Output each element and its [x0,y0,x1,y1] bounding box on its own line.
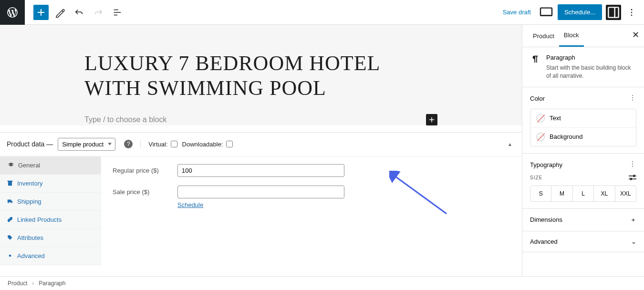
block-type-desc: Start with the basic building block of a… [546,64,636,80]
swatch-icon [536,114,545,123]
regular-price-input[interactable] [177,164,344,177]
svg-point-8 [632,99,633,100]
chevron-right-icon: › [32,280,34,287]
tab-advanced[interactable]: Advanced [0,247,101,265]
tab-attributes[interactable]: Attributes [0,229,101,247]
svg-rect-14 [629,178,636,179]
regular-price-label: Regular price ($) [113,167,177,174]
background-color-button[interactable]: Background [530,128,636,146]
size-xxl[interactable]: XXL [615,186,636,201]
svg-point-2 [631,9,633,10]
color-panel-title: Color [530,95,545,102]
schedule-sale-link[interactable]: Schedule [177,201,510,208]
options-menu-icon[interactable] [625,5,638,20]
wordpress-logo[interactable] [0,0,25,25]
dimensions-panel[interactable]: Dimensions ＋ [522,209,644,231]
size-m[interactable]: M [551,186,572,201]
sidebar-tab-product[interactable]: Product [528,26,559,46]
toggle-block-inserter-button[interactable] [33,5,49,20]
close-sidebar-icon[interactable]: ✕ [632,30,639,40]
advanced-panel[interactable]: Advanced ⌄ [522,231,644,252]
text-color-button[interactable]: Text [530,109,636,128]
downloadable-checkbox[interactable]: Downloadable: [182,141,233,148]
color-options-icon[interactable] [629,94,636,103]
sale-price-input[interactable] [177,186,344,198]
help-icon[interactable]: ? [124,140,133,148]
redo-icon [91,5,106,20]
svg-rect-1 [608,7,618,17]
svg-point-3 [631,11,633,13]
settings-sidebar-toggle[interactable] [606,5,621,20]
sale-price-label: Sale price ($) [113,188,177,196]
svg-point-10 [632,164,633,165]
product-data-label: Product data — [7,140,53,148]
preview-icon[interactable] [539,5,554,20]
breadcrumb: Product › Paragraph [0,276,644,290]
svg-point-11 [632,166,633,166]
virtual-checkbox[interactable]: Virtual: [148,141,177,148]
breadcrumb-root[interactable]: Product [8,280,27,287]
typography-options-icon[interactable] [629,160,636,169]
typography-panel-title: Typography [530,161,562,168]
svg-rect-15 [630,177,632,180]
collapse-caret-icon[interactable]: ▲ [508,142,512,147]
swatch-icon [536,133,545,141]
svg-rect-13 [634,175,635,177]
tab-general[interactable]: General [0,156,101,175]
paragraph-placeholder[interactable]: Type / to choose a block [84,115,167,124]
size-l[interactable]: L [573,186,594,201]
tools-icon[interactable] [52,5,68,20]
plus-icon: ＋ [630,216,636,224]
tab-linked-products[interactable]: Linked Products [0,211,101,229]
undo-icon[interactable] [72,5,87,20]
size-label: SIZE [530,175,542,180]
product-type-select[interactable]: Simple product [58,138,115,151]
svg-point-4 [631,14,633,16]
svg-point-7 [632,97,633,98]
paragraph-icon [530,54,540,64]
size-s[interactable]: S [530,186,551,201]
add-block-button[interactable] [426,114,437,125]
sidebar-tab-block[interactable]: Block [559,25,584,47]
size-xl[interactable]: XL [594,186,615,201]
svg-rect-0 [540,8,552,15]
tab-shipping[interactable]: Shipping [0,193,101,211]
svg-rect-12 [629,176,636,176]
post-title[interactable]: LUXURY 7 BEDROOM HOTEL WITH SWIMMING POO… [84,51,437,101]
block-type-title: Paragraph [546,54,636,61]
size-custom-icon[interactable] [629,174,636,182]
schedule-button[interactable]: Schedule... [558,4,602,20]
svg-point-6 [632,95,633,96]
font-size-group: S M L XL XXL [530,186,636,202]
document-overview-icon[interactable] [110,5,125,20]
breadcrumb-leaf[interactable]: Paragraph [39,280,65,287]
save-draft-button[interactable]: Save draft [499,5,535,20]
chevron-down-icon: ⌄ [631,238,636,245]
svg-point-9 [632,161,633,162]
tab-inventory[interactable]: Inventory [0,175,101,193]
